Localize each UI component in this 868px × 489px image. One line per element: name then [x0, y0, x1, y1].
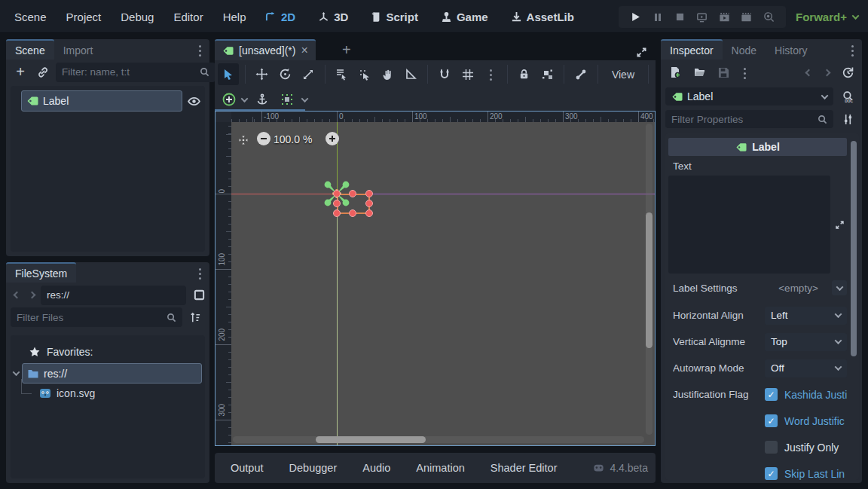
node-selector[interactable]: Label [665, 87, 833, 105]
grid-snap-button[interactable] [457, 63, 478, 85]
scene-filter-input[interactable] [62, 66, 195, 78]
add-node-button[interactable]: + [11, 63, 30, 82]
file-row-icon-svg[interactable]: icon.svg [21, 384, 202, 403]
category-header[interactable]: Label [668, 138, 847, 156]
property-filter-field[interactable] [665, 110, 833, 128]
vertical-align-dropdown[interactable]: Top [765, 333, 847, 351]
resize-handle-br[interactable] [365, 209, 373, 217]
new-resource-button[interactable] [665, 63, 685, 82]
play-movie-button[interactable] [740, 11, 753, 24]
skeleton-options-button[interactable] [570, 63, 591, 85]
pan-tool-button[interactable] [377, 63, 399, 85]
resize-handle-l[interactable] [333, 200, 341, 207]
smart-snap-button[interactable] [434, 63, 455, 85]
menu-project[interactable]: Project [57, 11, 112, 23]
canvas[interactable]: 100.0 % [231, 122, 655, 445]
bottom-tab-animation[interactable]: Animation [416, 462, 464, 474]
close-icon[interactable]: × [301, 44, 307, 57]
workspace-2d[interactable]: 2D [265, 11, 295, 23]
workspace-script[interactable]: Script [371, 11, 418, 23]
expand-textarea-button[interactable] [832, 217, 847, 232]
workspace-game[interactable]: Game [441, 11, 488, 23]
inspector-menu-button[interactable] [845, 41, 859, 59]
tab-node[interactable]: Node [723, 39, 766, 60]
workspace-3d[interactable]: 3D [318, 11, 348, 23]
inspector-back-button[interactable] [802, 63, 815, 82]
open-docs-button[interactable]: DOC [838, 87, 857, 106]
horizontal-scrollbar-thumb[interactable] [316, 436, 426, 443]
file-filter-input[interactable] [17, 312, 162, 323]
scene-filter-field[interactable] [56, 63, 215, 82]
select-region-button[interactable] [332, 63, 353, 85]
stop-button[interactable] [674, 11, 687, 24]
play-scene-button[interactable] [695, 11, 709, 24]
flag-justify-only[interactable]: Justify Only [765, 434, 847, 460]
tab-import[interactable]: Import [54, 39, 102, 60]
res-folder-selected[interactable]: res:// [22, 363, 202, 384]
save-resource-button[interactable] [714, 63, 733, 82]
workspace-assetlib[interactable]: AssetLib [511, 11, 574, 23]
file-filter-field[interactable] [11, 307, 182, 327]
play-custom-scene-button[interactable] [717, 11, 731, 24]
add-scene-tab-button[interactable]: + [337, 40, 356, 60]
favorites-row[interactable]: Favorites: [29, 343, 202, 361]
load-resource-button[interactable] [689, 63, 709, 82]
resize-handle-tr[interactable] [365, 190, 373, 197]
zoom-out-button[interactable] [257, 132, 270, 145]
movie-maker-button[interactable] [762, 11, 775, 24]
select-tool-button[interactable] [218, 63, 239, 85]
label-settings-value[interactable]: <empty> [765, 283, 832, 294]
filesystem-menu-button[interactable] [193, 264, 206, 282]
label-settings-dropdown-button[interactable] [832, 280, 847, 295]
resize-handle-r[interactable] [365, 200, 373, 207]
sort-files-button[interactable] [185, 307, 205, 327]
chevron-down-icon[interactable] [301, 95, 309, 102]
bottom-tab-debugger[interactable]: Debugger [289, 462, 338, 474]
checkbox-checked-icon[interactable]: ✓ [765, 388, 778, 401]
scene-tree-node-label[interactable]: Label [21, 90, 182, 112]
horizontal-align-dropdown[interactable]: Left [765, 307, 847, 325]
checkbox-checked-icon[interactable]: ✓ [765, 414, 778, 427]
resource-menu-button[interactable] [738, 63, 751, 81]
text-property-textarea[interactable] [668, 176, 830, 274]
flag-word-justification[interactable]: ✓ Word Justific [765, 408, 847, 434]
tab-scene[interactable]: Scene [6, 39, 54, 60]
horizontal-scrollbar[interactable] [233, 436, 644, 443]
path-field[interactable] [41, 286, 186, 305]
flag-skip-last-line[interactable]: ✓ Skip Last Lin [765, 460, 847, 480]
add-control-icon[interactable] [222, 90, 237, 109]
group-object-button[interactable] [537, 63, 558, 85]
resize-handle-tl[interactable] [333, 190, 341, 197]
resize-handle-bl[interactable] [333, 209, 341, 217]
property-tools-button[interactable] [838, 109, 857, 129]
resize-handle-b[interactable] [349, 209, 356, 217]
inspector-scrollbar[interactable] [851, 141, 857, 356]
scene-tab-unsaved[interactable]: [unsaved](*) × [215, 39, 316, 60]
checkbox-checked-icon[interactable]: ✓ [765, 467, 778, 480]
res-folder-row[interactable]: res:// [14, 363, 202, 384]
scale-tool-button[interactable] [298, 63, 319, 85]
collapse-arrow-icon[interactable] [13, 368, 20, 376]
scene-dock-menu-button[interactable] [193, 41, 206, 59]
split-view-button[interactable] [189, 286, 209, 305]
container-sizing-icon[interactable] [277, 90, 297, 109]
menu-help[interactable]: Help [213, 11, 256, 23]
vertical-scrollbar[interactable] [646, 124, 653, 435]
move-tool-button[interactable] [252, 63, 273, 85]
resize-handle-t[interactable] [349, 190, 356, 197]
tab-filesystem[interactable]: FileSystem [6, 262, 76, 283]
tab-inspector[interactable]: Inspector [661, 39, 723, 60]
history-forward-button[interactable] [26, 286, 38, 305]
renderer-selector[interactable]: Forward+ [796, 0, 858, 33]
chevron-down-icon[interactable] [241, 95, 249, 102]
snap-options-menu-button[interactable] [480, 63, 501, 85]
property-filter-input[interactable] [671, 114, 813, 125]
lock-object-button[interactable] [514, 63, 535, 85]
pause-button[interactable] [651, 11, 665, 24]
inspector-history-button[interactable] [838, 63, 857, 82]
flag-kashida-justification[interactable]: ✓ Kashida Justi [765, 381, 847, 408]
path-input[interactable] [47, 289, 180, 301]
zoom-level-label[interactable]: 100.0 % [274, 133, 312, 145]
tab-history[interactable]: History [766, 39, 817, 60]
bottom-tab-audio[interactable]: Audio [362, 462, 390, 474]
